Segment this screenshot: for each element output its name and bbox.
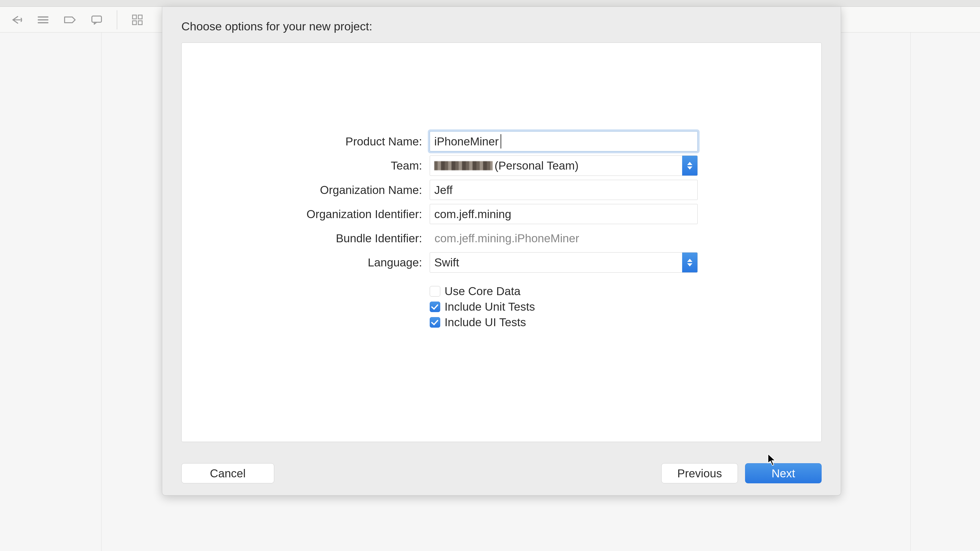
team-select[interactable]: (Personal Team) xyxy=(430,156,698,176)
include-unit-tests-checkbox[interactable] xyxy=(430,302,440,312)
product-name-label: Product Name: xyxy=(305,135,430,148)
use-core-data-label: Use Core Data xyxy=(445,284,520,298)
new-project-options-sheet: Choose options for your new project: Pro… xyxy=(162,7,841,495)
tag-icon[interactable] xyxy=(63,14,76,25)
svg-rect-1 xyxy=(132,15,136,19)
organization-identifier-input[interactable] xyxy=(430,204,698,224)
updown-arrows-icon xyxy=(682,156,697,176)
grid-icon[interactable] xyxy=(130,14,144,25)
cancel-button[interactable]: Cancel xyxy=(181,463,274,483)
next-button[interactable]: Next xyxy=(745,463,822,483)
sheet-form-panel: Product Name: Team: (Personal Team) xyxy=(181,43,822,442)
back-arrow-icon[interactable] xyxy=(10,14,23,25)
language-label: Language: xyxy=(305,256,430,269)
svg-rect-0 xyxy=(92,16,102,22)
svg-rect-3 xyxy=(132,21,136,25)
sheet-title: Choose options for your new project: xyxy=(162,7,841,43)
bundle-identifier-value: com.jeff.mining.iPhoneMiner xyxy=(430,228,698,248)
include-ui-tests-label: Include UI Tests xyxy=(445,316,526,329)
team-redacted-name xyxy=(434,161,493,170)
comment-icon[interactable] xyxy=(90,14,103,25)
svg-rect-2 xyxy=(138,15,142,19)
team-value-suffix: (Personal Team) xyxy=(495,159,579,172)
text-caret xyxy=(501,134,501,149)
updown-arrows-icon xyxy=(682,252,697,272)
include-ui-tests-checkbox[interactable] xyxy=(430,317,440,328)
unit-tests-checkbox-row: Include Unit Tests xyxy=(430,300,698,313)
organization-name-input[interactable] xyxy=(430,180,698,200)
window-titlebar xyxy=(0,0,980,7)
toolbar-divider xyxy=(117,10,117,29)
core-data-checkbox-row: Use Core Data xyxy=(430,284,698,298)
list-icon[interactable] xyxy=(37,14,50,25)
product-name-input[interactable] xyxy=(430,131,698,151)
previous-button[interactable]: Previous xyxy=(661,463,738,483)
language-value: Swift xyxy=(434,256,459,269)
use-core-data-checkbox[interactable] xyxy=(430,286,440,297)
svg-rect-4 xyxy=(138,21,142,25)
organization-identifier-label: Organization Identifier: xyxy=(305,208,430,221)
include-unit-tests-label: Include Unit Tests xyxy=(445,300,535,313)
inspector-divider[interactable] xyxy=(910,33,911,551)
ui-tests-checkbox-row: Include UI Tests xyxy=(430,316,698,329)
language-select[interactable]: Swift xyxy=(430,252,698,273)
organization-name-label: Organization Name: xyxy=(305,183,430,197)
bundle-identifier-label: Bundle Identifier: xyxy=(305,232,430,245)
navigator-divider[interactable] xyxy=(101,33,102,551)
team-label: Team: xyxy=(305,159,430,172)
